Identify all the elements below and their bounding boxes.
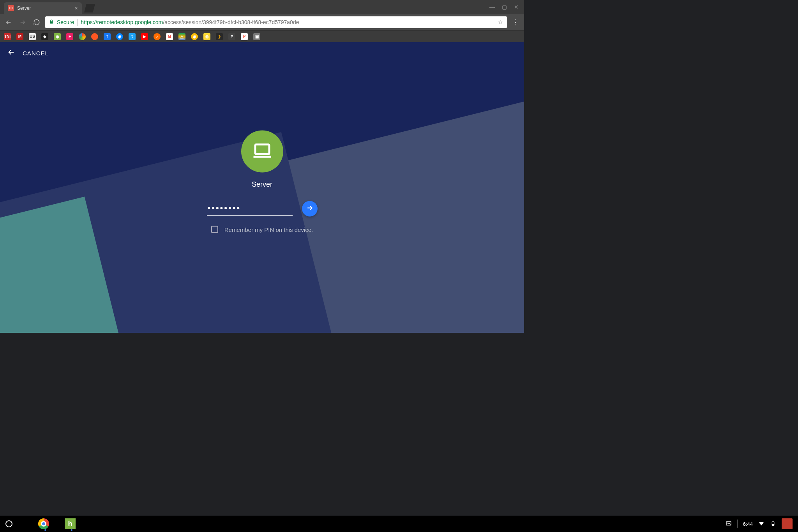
bookmark-icon[interactable]: TNI [4,33,11,40]
address-bar[interactable]: Secure https://remotedesktop.google.com/… [45,16,507,28]
bookmark-icon[interactable]: f [104,33,111,40]
submit-button[interactable] [302,201,318,217]
bookmark-star-icon[interactable]: ☆ [498,19,503,25]
back-button[interactable] [3,17,14,28]
svg-rect-1 [255,145,269,154]
url-domain: remotedesktop.google.com [97,19,163,25]
url-text: https://remotedesktop.google.com/access/… [81,19,299,25]
tab-favicon [8,5,14,11]
bookmark-icon[interactable]: M [166,33,173,40]
browser-tab[interactable]: Server × [4,2,82,14]
bookmark-icon[interactable]: ❯ [216,33,223,40]
bookmark-icon[interactable]: M [16,33,23,40]
bookmark-icon[interactable]: P [241,33,248,40]
bookmark-icon[interactable]: US [29,33,36,40]
chrome-menu-button[interactable]: ⋮ [510,18,521,27]
bookmark-icon[interactable]: t [129,33,136,40]
lock-icon [49,19,54,25]
bookmark-icon[interactable]: ◆ [41,33,48,40]
tab-strip: Server × — ▢ ✕ [0,0,524,14]
svg-rect-0 [9,7,12,9]
arrow-right-icon [306,204,314,214]
bookmark-icon[interactable]: ◉ [116,33,123,40]
tab-title: Server [17,5,31,11]
url-path: /access/session/3994f79b-dfcf-b308-ff68-… [163,19,299,25]
bookmark-icon[interactable]: ▶ [141,33,148,40]
device-name: Server [252,180,272,189]
url-scheme: https:// [81,19,97,25]
omnibox-separator [77,19,78,26]
bookmark-icon[interactable] [79,33,86,40]
bookmark-icon[interactable]: ◉ [191,33,198,40]
secure-label: Secure [57,19,74,25]
device-avatar [241,131,283,173]
page-content: CANCEL Server Remember my PIN on this de… [0,42,524,333]
window-controls: — ▢ ✕ [484,0,524,14]
bookmarks-bar: TNI M US ◆ ◉ F f ◉ t ▶ ♪ M △ ◉ ◍ ❯ # P ▣ [0,30,524,42]
login-panel: Server Remember my PIN on this device. [207,131,318,233]
bookmark-icon[interactable]: ◍ [203,33,210,40]
reload-button[interactable] [31,17,42,28]
forward-button[interactable] [17,17,28,28]
minimize-button[interactable]: — [489,4,495,10]
remember-row: Remember my PIN on this device. [211,226,313,233]
remember-checkbox[interactable] [211,226,218,233]
browser-chrome: Server × — ▢ ✕ Secure https://remotedesk… [0,0,524,42]
browser-toolbar: Secure https://remotedesktop.google.com/… [0,14,524,30]
app-bar: CANCEL [0,42,524,64]
back-arrow-icon[interactable] [7,48,16,58]
close-window-button[interactable]: ✕ [514,4,519,10]
bookmark-icon[interactable]: # [228,33,235,40]
maximize-button[interactable]: ▢ [502,4,507,10]
pin-input[interactable] [207,201,293,216]
bookmark-icon[interactable]: ◉ [54,33,61,40]
bookmark-icon[interactable]: F [66,33,73,40]
tab-close-icon[interactable]: × [75,5,78,11]
remember-label: Remember my PIN on this device. [224,226,313,233]
cancel-button[interactable]: CANCEL [23,50,49,57]
bookmark-folder-icon[interactable]: ▣ [253,33,260,40]
pin-row [207,201,318,217]
laptop-icon [252,140,273,163]
bookmark-icon[interactable] [91,33,98,40]
bookmark-icon[interactable]: ♪ [154,33,161,40]
bookmark-icon[interactable]: △ [178,33,185,40]
new-tab-button[interactable] [84,4,95,12]
